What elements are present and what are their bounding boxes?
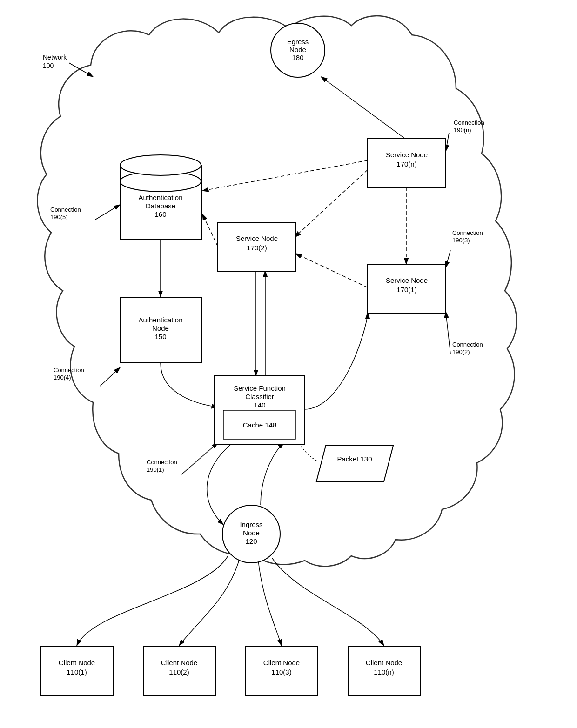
svg-text:Egress: Egress bbox=[287, 38, 309, 46]
svg-line-2 bbox=[295, 170, 368, 237]
svg-text:Client Node: Client Node bbox=[263, 659, 300, 667]
svg-text:Node: Node bbox=[243, 529, 260, 537]
main-diagram-svg: Egress Node 180 Authentication Database … bbox=[0, 0, 577, 728]
svg-text:170(2): 170(2) bbox=[247, 244, 267, 252]
svg-text:Connection: Connection bbox=[452, 229, 483, 236]
svg-text:Packet 130: Packet 130 bbox=[337, 455, 372, 463]
svg-text:Classifier: Classifier bbox=[245, 393, 274, 401]
diagram-container: Egress Node 180 Authentication Database … bbox=[0, 0, 577, 728]
svg-text:190(5): 190(5) bbox=[50, 214, 68, 220]
svg-text:Connection: Connection bbox=[452, 341, 483, 348]
svg-line-4 bbox=[202, 214, 218, 247]
svg-text:Node: Node bbox=[289, 46, 306, 53]
svg-point-23 bbox=[120, 155, 201, 175]
svg-text:Service Node: Service Node bbox=[236, 234, 278, 242]
svg-text:Connection: Connection bbox=[454, 119, 484, 126]
svg-text:Authentication: Authentication bbox=[138, 194, 182, 201]
svg-text:Service Node: Service Node bbox=[386, 151, 428, 159]
svg-text:170(n): 170(n) bbox=[396, 160, 416, 168]
svg-text:110(1): 110(1) bbox=[67, 668, 87, 676]
svg-text:190(4): 190(4) bbox=[54, 374, 71, 381]
svg-text:Connection: Connection bbox=[147, 459, 177, 466]
svg-line-7 bbox=[100, 367, 120, 386]
svg-text:180: 180 bbox=[292, 53, 303, 61]
svg-text:Service Node: Service Node bbox=[386, 276, 428, 284]
svg-text:Client Node: Client Node bbox=[366, 659, 402, 667]
svg-text:190(2): 190(2) bbox=[452, 348, 470, 355]
svg-text:160: 160 bbox=[154, 210, 166, 218]
svg-text:110(3): 110(3) bbox=[271, 668, 291, 676]
svg-text:190(n): 190(n) bbox=[454, 127, 471, 134]
svg-text:140: 140 bbox=[254, 401, 265, 409]
svg-line-0 bbox=[321, 77, 406, 140]
svg-text:Client Node: Client Node bbox=[59, 659, 95, 667]
svg-line-13 bbox=[446, 312, 450, 354]
svg-line-14 bbox=[181, 443, 218, 474]
svg-text:Client Node: Client Node bbox=[161, 659, 197, 667]
svg-text:110(n): 110(n) bbox=[374, 668, 394, 676]
svg-text:Ingress: Ingress bbox=[240, 521, 262, 528]
svg-line-12 bbox=[446, 250, 450, 267]
svg-text:Connection: Connection bbox=[50, 206, 81, 213]
svg-text:Database: Database bbox=[146, 202, 175, 210]
svg-text:Node: Node bbox=[152, 324, 169, 332]
svg-text:Cache 148: Cache 148 bbox=[243, 421, 277, 429]
svg-line-11 bbox=[295, 254, 368, 287]
svg-text:Authentication: Authentication bbox=[138, 316, 182, 324]
svg-text:Connection: Connection bbox=[54, 367, 84, 374]
svg-text:100: 100 bbox=[43, 62, 54, 69]
svg-marker-48 bbox=[316, 446, 393, 481]
svg-text:150: 150 bbox=[154, 333, 166, 341]
svg-text:Service Function: Service Function bbox=[234, 384, 286, 392]
svg-text:170(1): 170(1) bbox=[396, 286, 416, 294]
svg-line-6 bbox=[95, 205, 120, 220]
svg-text:120: 120 bbox=[245, 537, 257, 545]
svg-text:190(1): 190(1) bbox=[147, 466, 164, 473]
svg-text:Network: Network bbox=[43, 53, 67, 61]
svg-line-3 bbox=[202, 160, 368, 191]
svg-line-1 bbox=[446, 133, 449, 151]
svg-text:110(2): 110(2) bbox=[169, 668, 189, 676]
svg-text:190(3): 190(3) bbox=[452, 237, 470, 244]
